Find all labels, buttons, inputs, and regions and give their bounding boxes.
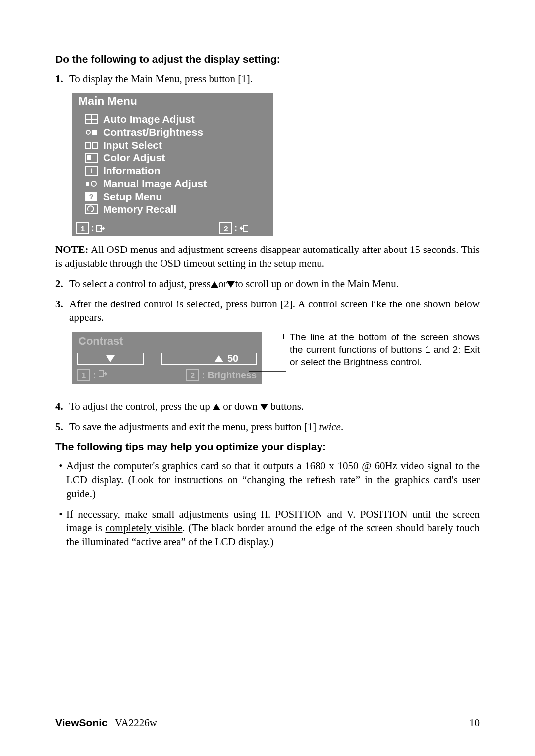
step-4: 4. To adjust the control, press the up o… (55, 400, 480, 413)
step-5: 5. To save the adjustments and exit the … (55, 420, 480, 434)
step-number: 3. (55, 298, 69, 325)
up-triangle-icon (214, 355, 223, 362)
info-icon: i (84, 166, 98, 176)
step-number: 4. (55, 400, 69, 413)
tip-2: • If necessary, make small adjustments u… (55, 508, 480, 549)
step-number: 1. (55, 72, 69, 86)
bullet-icon: • (55, 459, 66, 501)
footer-page-number: 10 (469, 717, 480, 729)
input-icon (84, 140, 98, 150)
osd-label: Input Select (103, 139, 162, 151)
steps-list-a: 1. To display the Main Menu, press butto… (55, 72, 480, 86)
svg-rect-11 (86, 182, 89, 186)
footer-left: ViewSonic VA2226w (55, 717, 157, 729)
page-footer: ViewSonic VA2226w 10 (55, 717, 480, 729)
num-2-box: 2 (219, 222, 232, 234)
note-bold: NOTE: (55, 244, 89, 255)
txt: To adjust the control, press the up (69, 401, 213, 412)
txt: To select a control to adjust, press (69, 278, 211, 290)
svg-rect-4 (92, 130, 97, 135)
underlined-text: completely visible (105, 522, 182, 534)
contrast-down-bar (77, 353, 144, 365)
step-number: 2. (55, 277, 69, 291)
heading-tips: The following tips may help you optimize… (55, 441, 480, 453)
osd-item-manual: Manual Image Adjust (78, 177, 267, 190)
down-triangle-icon (106, 355, 115, 362)
step-text: To adjust the control, press the up or d… (69, 400, 480, 413)
osd-footer: 1 : 2 : (72, 219, 273, 236)
osd-item-auto-image: Auto Image Adjust (78, 113, 267, 126)
manual-adjust-icon (84, 179, 98, 189)
colon: : (91, 223, 94, 233)
txt: to scroll up or down in the Main Menu. (235, 278, 399, 290)
annotation-connector (219, 371, 288, 386)
osd-item-color: Color Adjust (78, 151, 267, 164)
txt: or down (220, 401, 260, 412)
question-icon: ? (84, 192, 98, 202)
annotation-text: The line at the bottom of the screen sho… (284, 331, 480, 369)
tips-list: • Adjust the computer's graphics card so… (55, 459, 480, 549)
exit-icon (99, 370, 107, 378)
osd-label: Information (103, 165, 160, 177)
bullet-icon: • (55, 508, 66, 549)
tip-text: Adjust the computer's graphics card so t… (66, 459, 480, 501)
color-icon (84, 153, 98, 163)
tip-1: • Adjust the computer's graphics card so… (55, 459, 480, 501)
colon: : (234, 223, 237, 233)
sun-bar-icon (84, 127, 98, 137)
svg-rect-8 (87, 155, 91, 160)
recall-icon (84, 204, 98, 214)
steps-list-b: 2. To select a control to adjust, presso… (55, 277, 480, 325)
osd-label: Auto Image Adjust (103, 113, 195, 125)
contrast-up-bar: 50 (161, 353, 257, 365)
tip-text: If necessary, make small adjustments usi… (66, 508, 480, 549)
txt: . (341, 421, 343, 433)
osd-label: Manual Image Adjust (103, 178, 207, 190)
colon: : (93, 369, 96, 380)
heading-adjust: Do the following to adjust the display s… (55, 53, 480, 65)
osd-label: Color Adjust (103, 152, 165, 164)
step-text: After the desired control is selected, p… (69, 298, 480, 325)
osd-item-input: Input Select (78, 139, 267, 151)
svg-point-3 (86, 130, 90, 134)
footer-brand: ViewSonic (55, 717, 107, 728)
contrast-slider-row: 50 (72, 351, 262, 369)
svg-text:i: i (90, 167, 92, 175)
osd-item-setup: ? Setup Menu (78, 190, 267, 203)
txt: buttons. (268, 401, 304, 412)
enter-icon (239, 224, 248, 232)
contrast-foot-left: 1 : (77, 369, 107, 381)
osd-item-contrast: Contrast/Brightness (78, 126, 267, 139)
down-triangle-icon (227, 281, 235, 288)
txt: or (218, 278, 227, 290)
steps-list-c: 4. To adjust the control, press the up o… (55, 400, 480, 434)
twice-ital: twice (319, 421, 341, 433)
num-1-box: 1 (76, 222, 89, 234)
contrast-title: Contrast (72, 332, 262, 351)
num-1-box: 1 (77, 369, 90, 381)
osd-title: Main Menu (72, 93, 273, 110)
step-3: 3. After the desired control is selected… (55, 298, 480, 325)
osd-foot-2: 2 : (219, 222, 248, 234)
svg-rect-5 (85, 142, 90, 148)
osd-item-memory: Memory Recall (78, 203, 267, 216)
up-triangle-icon (211, 281, 218, 288)
osd-label: Setup Menu (103, 191, 162, 202)
osd-label: Contrast/Brightness (103, 126, 203, 138)
target-icon (84, 114, 98, 124)
num-2-box: 2 (186, 369, 199, 381)
footer-model: VA2226w (115, 717, 157, 729)
step-1: 1. To display the Main Menu, press butto… (55, 72, 480, 86)
contrast-value: 50 (223, 353, 238, 364)
note-text: All OSD menus and adjustment screens dis… (55, 244, 480, 269)
svg-text:?: ? (89, 193, 94, 201)
step-text: To save the adjustments and exit the men… (69, 420, 480, 434)
svg-rect-6 (92, 142, 97, 148)
step-number: 5. (55, 420, 69, 434)
osd-label: Memory Recall (103, 203, 176, 215)
osd-foot-1: 1 : (76, 222, 105, 234)
up-triangle-icon (213, 404, 220, 410)
osd-item-info: i Information (78, 164, 267, 177)
step-2: 2. To select a control to adjust, presso… (55, 277, 480, 291)
step-text: To select a control to adjust, pressorto… (69, 277, 480, 291)
